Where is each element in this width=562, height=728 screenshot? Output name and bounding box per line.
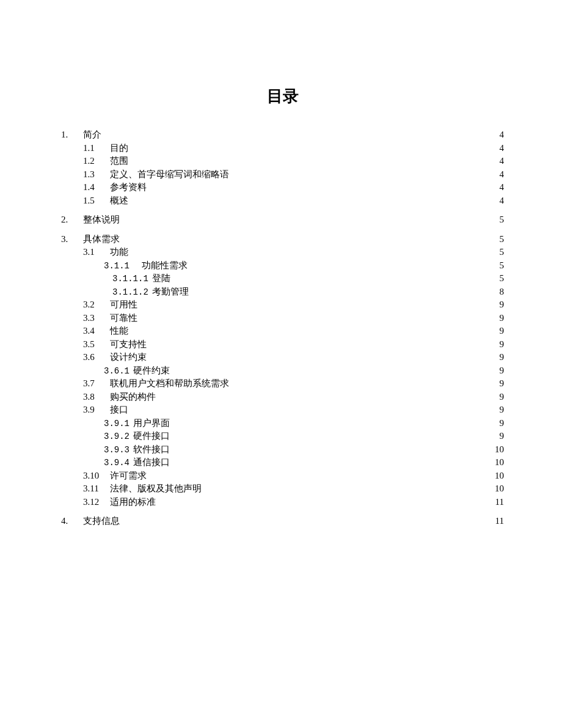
toc-entry-number: 3.6.1	[104, 366, 130, 377]
toc-entry: 1.5概述4	[61, 195, 504, 207]
toc-entry-text: 支持信息	[83, 515, 120, 528]
toc-entry-text: 可支持性	[110, 339, 147, 351]
toc-entry-page: 11	[489, 496, 504, 509]
toc-entry-page: 4	[489, 182, 504, 194]
toc-entry-text: 接口	[110, 404, 128, 416]
toc-entry-page: 10	[489, 470, 504, 482]
toc-entry-page: 5	[489, 260, 504, 272]
toc-entry-number: 3.	[61, 233, 83, 246]
toc-entry-page: 9	[489, 312, 504, 325]
toc-entry: 1.3定义、首字母缩写词和缩略语4	[61, 169, 504, 181]
toc-entry-page: 5	[489, 233, 504, 246]
toc-entry-text: 登陆	[152, 273, 170, 285]
toc-entry-left: 1.3定义、首字母缩写词和缩略语	[83, 169, 229, 181]
toc-entry: 3.2可用性9	[61, 299, 504, 311]
toc-entry-text: 用户界面	[133, 417, 170, 430]
toc-entry-number: 3.12	[83, 496, 110, 509]
toc-entry-left: 3.8购买的构件	[83, 391, 156, 403]
toc-entry-text: 法律、版权及其他声明	[110, 483, 202, 495]
toc-entry-number: 3.1.1.2	[112, 287, 148, 298]
toc-entry-number: 3.9.3	[104, 444, 130, 455]
toc-entry: 3.6设计约束9	[61, 351, 504, 364]
toc-entry-text: 购买的构件	[110, 391, 156, 403]
toc-entry-number: 3.10	[83, 470, 110, 482]
toc-entry-left: 3.9.2硬件接口	[104, 430, 170, 443]
toc-entry-page: 4	[489, 195, 504, 207]
toc-entry-number: 3.1.1.1	[112, 273, 148, 284]
toc-entry-page: 10	[489, 444, 504, 456]
toc-entry: 3.1.1.2考勤管理8	[61, 286, 504, 298]
toc-entry-number: 3.11	[83, 483, 110, 495]
toc-entry-text: 考勤管理	[152, 286, 189, 298]
toc-entry-text: 联机用户文档和帮助系统需求	[110, 378, 229, 390]
toc-entry: 3.7联机用户文档和帮助系统需求9	[61, 378, 504, 390]
toc-entry: 3.4性能9	[61, 325, 504, 337]
toc-entry-left: 1.5概述	[83, 195, 128, 207]
toc-entry-number: 1.4	[83, 182, 110, 194]
toc-entry: 3.12适用的标准11	[61, 496, 504, 509]
toc-entry-left: 1.简介	[61, 129, 101, 141]
toc-entry-left: 3.11法律、版权及其他声明	[83, 483, 202, 495]
toc-entry-number: 3.6	[83, 351, 110, 364]
toc-entry-text: 设计约束	[110, 351, 147, 364]
toc-entry-number: 3.1	[83, 246, 110, 259]
toc-entry-left: 4.支持信息	[61, 515, 120, 528]
toc-entry-page: 9	[489, 417, 504, 430]
toc-entry: 3.1功能5	[61, 246, 504, 259]
toc-entry-page: 4	[489, 155, 504, 167]
toc-entry-left: 3.5可支持性	[83, 339, 147, 351]
toc-entry: 1.4参考资料4	[61, 182, 504, 194]
toc-entry-text: 目的	[110, 142, 128, 155]
toc-entry-text: 功能	[110, 246, 128, 259]
toc-entry: 4.支持信息11	[61, 515, 504, 528]
toc-entry-text: 可用性	[110, 299, 137, 311]
toc-entry-text: 参考资料	[110, 182, 147, 194]
toc-entry-left: 3.9.4通信接口	[104, 457, 170, 469]
toc-entry-left: 3.4性能	[83, 325, 128, 337]
toc-entry: 2.整体说明5	[61, 214, 504, 226]
toc-entry: 3.1.1.1登陆5	[61, 273, 504, 285]
toc-entry: 3.9接口9	[61, 404, 504, 416]
toc-entry-page: 9	[489, 325, 504, 337]
toc-entry-left: 2.整体说明	[61, 214, 120, 226]
toc-entry: 3.9.2硬件接口9	[61, 430, 504, 443]
toc-entry-left: 3.1.1.2考勤管理	[112, 286, 189, 298]
toc-entry-text: 具体需求	[83, 233, 120, 246]
toc-entry-number: 3.5	[83, 339, 110, 351]
toc-entry-number: 2.	[61, 214, 83, 226]
toc-entry-left: 3.9接口	[83, 404, 128, 416]
toc-entry-left: 3.1.1.1登陆	[112, 273, 170, 285]
toc-entry-page: 4	[489, 169, 504, 181]
toc-entry-page: 9	[489, 404, 504, 416]
toc-entry-number: 1.1	[83, 142, 110, 155]
toc-entry: 3.11法律、版权及其他声明10	[61, 483, 504, 495]
toc-entry: 3.1.1功能性需求5	[61, 260, 504, 272]
toc-entry-number: 3.1.1	[104, 260, 142, 271]
toc-entry-number: 1.3	[83, 169, 110, 181]
toc-entry-number: 1.	[61, 129, 83, 141]
toc-entry-page: 9	[489, 339, 504, 351]
toc-entry-text: 可靠性	[110, 312, 137, 325]
toc-entry-left: 3.1功能	[83, 246, 128, 259]
toc-entry-text: 软件接口	[133, 444, 170, 456]
toc-entry: 3.9.4通信接口10	[61, 457, 504, 469]
toc-entry-text: 范围	[110, 155, 128, 167]
toc-entry-text: 整体说明	[83, 214, 120, 226]
toc-entry-text: 适用的标准	[110, 496, 156, 509]
toc-entry: 3.5可支持性9	[61, 339, 504, 351]
toc-entry-left: 1.4参考资料	[83, 182, 147, 194]
toc-entry-text: 功能性需求	[142, 260, 188, 272]
toc-entry: 1.1目的4	[61, 142, 504, 155]
toc-entry-left: 3.10许可需求	[83, 470, 147, 482]
toc-entry-number: 3.9	[83, 404, 110, 416]
toc-entry-page: 10	[489, 483, 504, 495]
toc-entry: 3.8购买的构件9	[61, 391, 504, 403]
toc-title: 目录	[61, 86, 504, 107]
toc-entry-page: 9	[489, 430, 504, 443]
toc-entry-number: 3.9.2	[104, 431, 130, 442]
toc-entry: 1.简介4	[61, 129, 504, 141]
toc-entry-left: 3.6.1硬件约束	[104, 365, 170, 377]
toc-entry-page: 11	[489, 515, 504, 528]
toc-entry-number: 3.2	[83, 299, 110, 311]
toc-entry-number: 3.3	[83, 312, 110, 325]
